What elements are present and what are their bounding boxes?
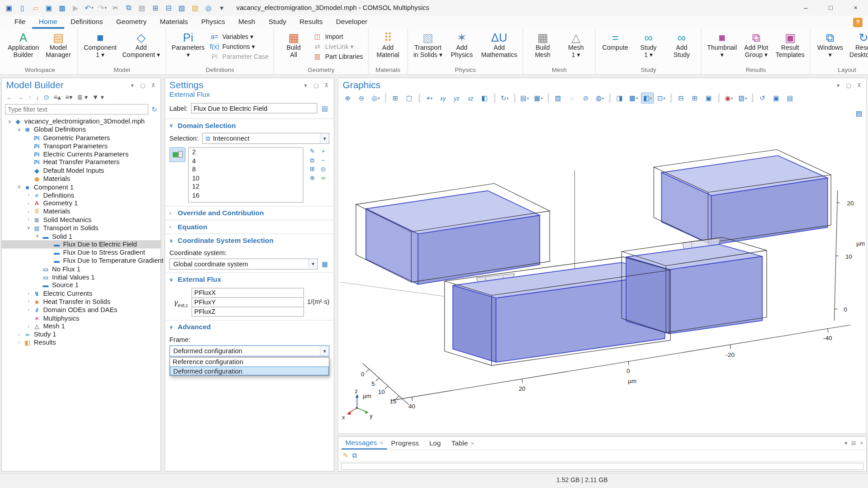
customize-toolbar-icon[interactable]: ▾	[215, 1, 228, 14]
select-box-icon[interactable]: ▧	[552, 92, 564, 103]
tree-item-results[interactable]: › ◧ Results	[2, 338, 161, 346]
domain-list[interactable]: 248101216	[188, 147, 304, 203]
functions-button[interactable]: f(x) Functions ▾	[209, 43, 269, 50]
copy-text-icon[interactable]: ⧉	[352, 452, 356, 460]
toolbar-separator[interactable]	[385, 93, 387, 103]
chevron-down-icon[interactable]: ▼	[308, 259, 318, 269]
add-to-selection-icon[interactable]: +	[318, 147, 328, 156]
print-icon[interactable]: ▤	[784, 92, 797, 103]
chevron-down-icon[interactable]: ▼	[320, 133, 329, 143]
yz-view-icon[interactable]: yz	[451, 92, 463, 103]
filter-icon[interactable]: ▼ ▾	[92, 94, 104, 101]
move-up-icon[interactable]: ↑	[28, 94, 31, 101]
part-libraries-button[interactable]: ▥ Part Libraries	[313, 52, 363, 60]
toolbar-separator[interactable]	[670, 93, 672, 103]
domain-list-item[interactable]: 4	[192, 157, 299, 166]
windows-button[interactable]: ⧉ Windows ▾	[813, 29, 846, 59]
selection-combo[interactable]: ⧉ Interconnect ▼	[202, 133, 329, 144]
clear-selection-icon[interactable]: ▨	[189, 1, 202, 14]
tree-item-transport-in-solids[interactable]: ∨ ▧ Transport in Solids	[2, 224, 161, 232]
tree-item-initial-values-1[interactable]: ▭ Initial Values 1	[2, 273, 161, 281]
panel-menu-icon[interactable]: ▾	[835, 82, 842, 88]
tab-log[interactable]: Log	[426, 437, 448, 450]
plot-options-icon[interactable]: ⊡ ▾	[655, 92, 668, 103]
split-horizontal-icon[interactable]: ⊟	[675, 92, 688, 103]
save-icon[interactable]: ▣	[43, 1, 56, 14]
tree-item-electric-currents[interactable]: › ↯ Electric Currents	[2, 289, 161, 298]
tab-progress[interactable]: Progress	[387, 437, 425, 450]
menu-geometry[interactable]: Geometry	[109, 15, 153, 28]
section-external-flux[interactable]: ∨ External Flux	[165, 273, 334, 286]
panel-pin-icon[interactable]: ⊼	[150, 82, 157, 88]
add-plot-group-button[interactable]: ⧉ Add Plot Group ▾	[740, 29, 773, 59]
panel-menu-icon[interactable]: ▾	[302, 82, 309, 88]
go-forward-icon[interactable]: →	[17, 94, 24, 101]
panel-float-icon[interactable]: ▢	[845, 82, 852, 88]
view-menu-icon[interactable]: ⌖ ▾	[423, 92, 436, 103]
selection-colors-icon[interactable]: ◉ ▾	[722, 92, 735, 103]
go-back-icon[interactable]: ←	[6, 94, 13, 101]
menu-materials[interactable]: Materials	[153, 15, 194, 28]
material-color-icon[interactable]: ◧ ▾	[641, 92, 654, 103]
import-button[interactable]: ◫ Import	[313, 33, 363, 40]
tree-item-heat-transfer-parameters[interactable]: Pi Heat Transfer Parameters	[2, 158, 161, 166]
xz-view-icon[interactable]: xz	[465, 92, 477, 103]
maximize-button[interactable]: □	[818, 0, 843, 15]
split-view-icon[interactable]: ▣	[702, 92, 715, 103]
tree-expander-icon[interactable]: ∨	[34, 234, 41, 239]
tree-filter-input[interactable]	[5, 104, 148, 114]
refresh-icon[interactable]: ↻	[152, 105, 157, 113]
go-to-source-icon[interactable]: ▦	[321, 260, 330, 268]
paste-icon[interactable]: ▤	[136, 1, 149, 14]
remove-from-selection-icon[interactable]: −	[318, 156, 328, 164]
minimize-button[interactable]: –	[793, 0, 818, 15]
livelink-button[interactable]: ⇄ LiveLink ▾	[313, 43, 363, 50]
expand-all-icon[interactable]: ≡▴	[54, 94, 61, 101]
save-as-icon[interactable]: ▩	[56, 1, 69, 14]
delete-icon[interactable]: ⊟	[162, 1, 175, 14]
tree-expander-icon[interactable]: ∨	[6, 119, 13, 124]
close-button[interactable]: ×	[843, 0, 868, 15]
copy-selection-icon[interactable]: ⧉	[307, 156, 318, 164]
tree-item-component-1[interactable]: ∨ ■ Component 1	[2, 183, 161, 191]
rotate-view-icon[interactable]: ↻ ▾	[498, 92, 511, 103]
copy-icon[interactable]: ⧉	[122, 1, 135, 14]
tree-item-default-model-inputs[interactable]: ◆ Default Model Inputs	[2, 166, 161, 175]
add-material-button[interactable]: ⠿ Add Material	[371, 29, 404, 59]
tree-expander-icon[interactable]: ›	[25, 324, 32, 329]
menu-mesh[interactable]: Mesh	[232, 15, 262, 28]
zoom-to-selection-icon[interactable]: ◎	[318, 165, 328, 173]
tree-item-geometry-1[interactable]: › A Geometry 1	[2, 199, 161, 208]
section-override[interactable]: › Override and Contribution	[165, 207, 334, 220]
show-icon[interactable]: ⊙	[44, 94, 49, 101]
tree-item-solid-mechanics[interactable]: › ≣ Solid Mechanics	[2, 216, 161, 224]
find-icon[interactable]: ◎	[202, 1, 215, 14]
thumbnail-button[interactable]: ■ Thumbnail ▾	[704, 29, 740, 59]
domain-list-item[interactable]: 10	[192, 174, 299, 183]
color-settings-icon[interactable]: ▦ ▾	[532, 92, 545, 103]
toolbar-separator[interactable]	[418, 93, 420, 103]
tab-table[interactable]: Table ×	[447, 437, 478, 450]
tree-item-materials-global[interactable]: ◉ Materials	[2, 175, 161, 183]
menu-home[interactable]: Home	[32, 15, 64, 28]
menu-definitions[interactable]: Definitions	[64, 15, 109, 28]
panel-menu-icon[interactable]: ▾	[129, 82, 136, 88]
tree-item-no-flux-1[interactable]: ▭ No Flux 1	[2, 265, 161, 273]
open-file-icon[interactable]: ▱	[29, 1, 43, 14]
section-coordinate-system[interactable]: ∨ Coordinate System Selection	[165, 234, 334, 247]
panel-float-icon[interactable]: ▢	[313, 82, 320, 88]
scene-settings-icon[interactable]: ▤ ▾	[518, 92, 531, 103]
xy-view-icon[interactable]: xy	[437, 92, 450, 103]
tree-item-heat-transfer-in-solids[interactable]: › ■ Heat Transfer in Solids	[2, 298, 161, 306]
tree-expander-icon[interactable]: ›	[25, 193, 32, 198]
domain-list-item[interactable]: 16	[192, 191, 299, 200]
result-templates-button[interactable]: ▣ Result Templates	[773, 29, 807, 59]
flux-z-input[interactable]	[191, 307, 304, 317]
flux-y-input[interactable]	[191, 297, 304, 307]
graphics-canvas[interactable]: ▤	[338, 106, 867, 434]
redo-icon[interactable]: ↷ ▾	[96, 1, 109, 14]
split-vertical-icon[interactable]: ⊞	[689, 92, 702, 103]
move-down-icon[interactable]: ↓	[36, 94, 39, 101]
section-domain-selection[interactable]: ∨ Domain Selection	[165, 119, 334, 132]
zoom-selected-icon[interactable]: ◍ ▾	[593, 92, 606, 103]
